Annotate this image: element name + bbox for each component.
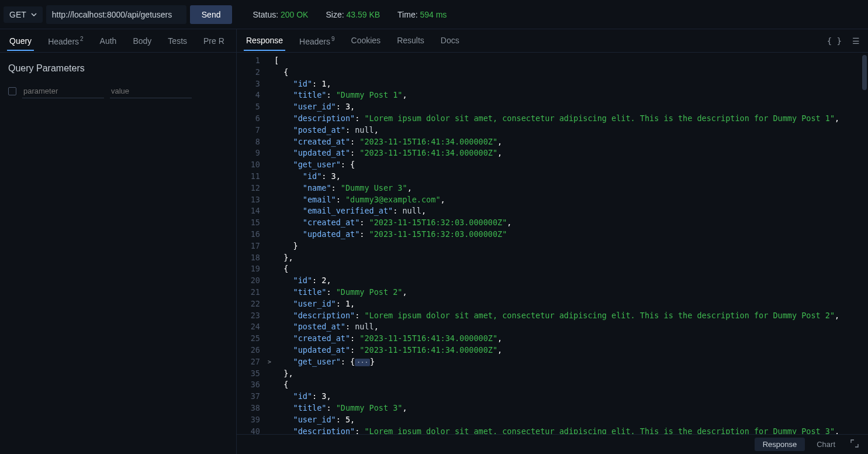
method-label: GET [9,10,26,19]
tab-auth[interactable]: Auth [93,32,124,50]
query-param-name-input[interactable] [22,84,104,98]
chevron-down-icon [31,12,37,18]
request-tabs: QueryHeaders2AuthBodyTestsPre R [0,29,236,53]
view-response-tab[interactable]: Response [755,438,805,451]
code-line: "created_at": "2023-11-15T16:41:34.00000… [274,136,868,148]
line-number: 12 [237,183,260,194]
code-line: "id": 2, [274,275,868,287]
code-line: "posted_at": null, [274,321,868,333]
line-number: 26 [237,345,260,356]
line-number: 10 [237,159,260,171]
line-number: 36 [237,379,260,391]
tab-tests[interactable]: Tests [161,32,194,50]
response-tabs-row: ResponseHeaders9CookiesResultsDocs { } ☰ [237,29,868,53]
line-number: 15 [237,217,260,229]
line-number: 17 [237,240,260,252]
code-line: "user_id": 3, [274,101,868,113]
tab-response[interactable]: Response [239,31,290,51]
code-line: { [274,263,868,275]
line-number: 6 [237,113,260,125]
line-number: 7 [237,125,260,136]
line-number: 23 [237,310,260,322]
code-line: "id": 1, [274,78,868,90]
code-line: }, [274,368,868,380]
line-number: 5 [237,101,260,113]
code-line: "posted_at": null, [274,125,868,136]
code-line: "updated_at": "2023-11-15T16:41:34.00000… [274,345,868,356]
code-line: "name": "Dummy User 3", [274,183,868,194]
code-line: "title": "Dummy Post 3", [274,403,868,414]
expand-icon[interactable] [847,439,862,450]
line-number: 14 [237,205,260,217]
code-line: "description": "Lorem ipsum dolor sit am… [274,113,868,125]
line-number: 38 [237,403,260,414]
status-value: 200 OK [281,10,308,19]
line-number: 13 [237,194,260,206]
line-number: 21 [237,287,260,298]
code-line: "user_id": 1, [274,298,868,310]
fold-gutter: > [265,55,274,434]
request-pane: QueryHeaders2AuthBodyTestsPre R Query Pa… [0,29,237,454]
tab-docs[interactable]: Docs [434,31,466,51]
tab-results[interactable]: Results [390,31,431,51]
tab-headers[interactable]: Headers2 [41,31,90,51]
code-line: }, [274,252,868,264]
tab-body[interactable]: Body [126,32,158,50]
query-param-value-input[interactable] [110,84,192,98]
tab-headers[interactable]: Headers9 [292,31,341,51]
line-number: 27 [237,356,260,368]
code-line: "id": 3, [274,391,868,403]
code-line: "get_user": {···} [274,356,868,368]
tab-query[interactable]: Query [2,32,39,50]
response-view-toggle: Response Chart [237,434,868,454]
code-line: [ [274,55,868,67]
time-group: Time: 594 ms [397,10,447,19]
query-row [0,80,236,103]
line-number: 40 [237,426,260,435]
line-number: 25 [237,333,260,345]
response-toolbar: { } ☰ [827,36,868,46]
line-number: 37 [237,391,260,403]
fold-toggle[interactable]: > [265,356,274,368]
menu-icon[interactable]: ☰ [852,36,860,46]
line-number-gutter: 1234567891011121314151617181920212223242… [237,55,265,434]
format-brackets-icon[interactable]: { } [827,36,842,46]
line-number: 35 [237,368,260,380]
url-input[interactable] [46,5,186,24]
code-line: "title": "Dummy Post 1", [274,90,868,101]
scrollbar-vertical[interactable] [862,55,867,90]
tab-cookies[interactable]: Cookies [344,31,388,51]
time-value: 594 ms [420,10,447,19]
line-number: 9 [237,147,260,159]
line-number: 24 [237,321,260,333]
line-number: 8 [237,136,260,148]
code-line: "description": "Lorem ipsum dolor sit am… [274,426,868,435]
line-number: 11 [237,171,260,183]
query-parameters-title: Query Parameters [0,53,236,80]
tab-pre-r[interactable]: Pre R [196,32,231,50]
view-chart-tab[interactable]: Chart [808,438,843,451]
code-line: "id": 3, [274,171,868,183]
send-button[interactable]: Send [190,5,233,24]
line-number: 1 [237,55,260,67]
response-pane: ResponseHeaders9CookiesResultsDocs { } ☰… [237,29,868,454]
code-line: "updated_at": "2023-11-15T16:41:34.00000… [274,147,868,159]
line-number: 4 [237,90,260,101]
code-line: "updated_at": "2023-11-15T16:32:03.00000… [274,229,868,240]
code-line: } [274,240,868,252]
size-value: 43.59 KB [346,10,380,19]
code-line: "created_at": "2023-11-15T16:32:03.00000… [274,217,868,229]
http-method-select[interactable]: GET [4,6,43,23]
status-label: Status: [253,10,278,19]
response-body-viewer[interactable]: 1234567891011121314151617181920212223242… [237,53,868,434]
response-status-bar: Status: 200 OK Size: 43.59 KB Time: 594 … [238,10,447,19]
code-line: "title": "Dummy Post 2", [274,287,868,298]
line-number: 16 [237,229,260,240]
size-group: Size: 43.59 KB [326,10,380,19]
line-number: 19 [237,263,260,275]
query-enable-checkbox[interactable] [8,87,16,95]
line-number: 2 [237,67,260,78]
line-number: 39 [237,414,260,426]
code-line: "get_user": { [274,159,868,171]
response-tabs: ResponseHeaders9CookiesResultsDocs [237,31,466,51]
